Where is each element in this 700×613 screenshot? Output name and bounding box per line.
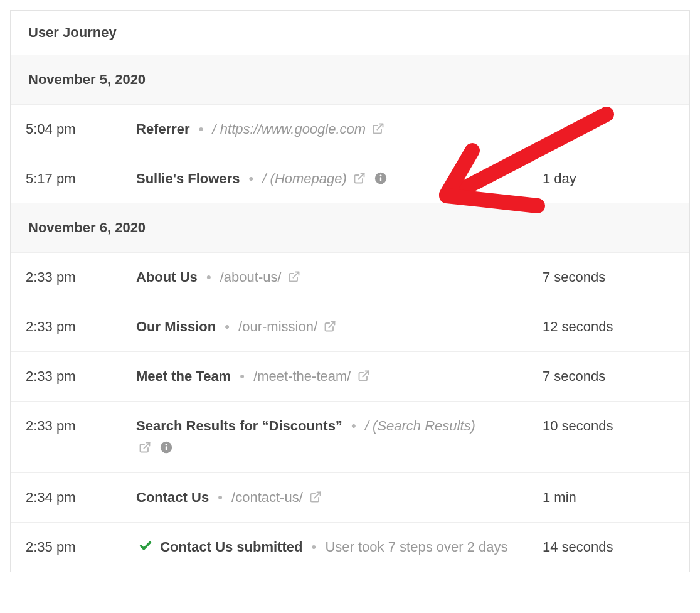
journey-row: 2:33 pm Search Results for “Discounts” •… — [11, 401, 689, 472]
panel-header: User Journey — [11, 11, 689, 55]
journey-row: 2:35 pm Contact Us submitted • User took… — [11, 522, 689, 572]
row-title: Meet the Team — [136, 368, 231, 384]
row-path: (Homepage) — [270, 171, 347, 186]
separator-dot: • — [199, 121, 204, 137]
row-path: /meet-the-team/ — [253, 368, 351, 384]
external-link-icon[interactable] — [309, 491, 322, 503]
row-time: 2:33 pm — [26, 316, 136, 338]
row-time: 5:17 pm — [26, 168, 136, 189]
journey-row: 5:04 pm Referrer • / https://www.google.… — [11, 104, 689, 154]
svg-line-7 — [363, 371, 368, 377]
row-title: Sullie's Flowers — [136, 171, 240, 186]
journey-row: 2:34 pm Contact Us • /contact-us/ 1 min — [11, 472, 689, 522]
row-main: Meet the Team • /meet-the-team/ — [136, 366, 543, 387]
row-path: (Search Results) — [373, 418, 475, 434]
separator-dot: • — [351, 418, 356, 434]
row-main: Sullie's Flowers • / (Homepage) — [136, 168, 543, 189]
separator-dot: • — [218, 489, 223, 505]
row-path-prefix: / — [213, 121, 220, 137]
svg-line-1 — [358, 174, 364, 179]
svg-line-6 — [329, 322, 334, 328]
row-path: /contact-us/ — [231, 489, 303, 505]
row-main: Referrer • / https://www.google.com — [136, 119, 543, 140]
row-main: About Us • /about-us/ — [136, 267, 543, 288]
row-time: 5:04 pm — [26, 119, 136, 140]
separator-dot: • — [206, 269, 211, 285]
row-time: 2:33 pm — [26, 415, 136, 437]
row-title: About Us — [136, 269, 198, 285]
svg-line-8 — [144, 442, 149, 448]
row-title: Referrer — [136, 121, 190, 137]
journey-row: 2:33 pm Our Mission • /our-mission/ 12 s… — [11, 302, 689, 351]
svg-line-12 — [314, 492, 320, 498]
row-path-prefix: / — [262, 171, 270, 186]
row-duration: 12 seconds — [543, 316, 674, 338]
svg-point-4 — [380, 174, 382, 176]
row-duration: 7 seconds — [543, 267, 674, 288]
row-duration: 7 seconds — [543, 366, 674, 387]
row-title: Search Results for “Discounts” — [136, 418, 342, 434]
row-summary: User took 7 steps over 2 days — [325, 539, 507, 555]
check-icon — [139, 539, 152, 553]
svg-line-5 — [293, 272, 299, 278]
row-title: Contact Us — [136, 489, 209, 505]
info-icon[interactable] — [374, 172, 387, 184]
external-link-icon[interactable] — [324, 320, 336, 333]
svg-rect-10 — [166, 446, 167, 450]
external-link-icon[interactable] — [139, 441, 151, 454]
row-path-prefix: / — [365, 418, 373, 434]
external-link-icon[interactable] — [372, 122, 384, 135]
svg-point-11 — [166, 444, 167, 445]
panel-title: User Journey — [28, 24, 117, 40]
external-link-icon[interactable] — [288, 270, 300, 283]
row-time: 2:34 pm — [26, 487, 136, 508]
journey-row: 2:33 pm About Us • /about-us/ 7 seconds — [11, 252, 689, 302]
user-journey-panel: User Journey November 5, 2020 5:04 pm Re… — [10, 10, 690, 572]
row-main: Contact Us • /contact-us/ — [136, 487, 543, 508]
row-path: /our-mission/ — [238, 319, 317, 334]
row-main: Our Mission • /our-mission/ — [136, 316, 543, 338]
row-time: 2:33 pm — [26, 267, 136, 288]
svg-rect-3 — [380, 177, 381, 181]
row-duration: 10 seconds — [543, 415, 674, 437]
row-main: Contact Us submitted • User took 7 steps… — [136, 536, 543, 558]
row-path: https://www.google.com — [220, 121, 366, 137]
row-duration: 1 day — [543, 168, 674, 189]
info-icon[interactable] — [160, 441, 172, 454]
journey-row: 2:33 pm Meet the Team • /meet-the-team/ … — [11, 351, 689, 401]
row-path: /about-us/ — [220, 269, 282, 285]
external-link-icon[interactable] — [358, 370, 370, 382]
date-header: November 6, 2020 — [11, 203, 689, 252]
journey-row: 5:17 pm Sullie's Flowers • / (Homepage) … — [11, 154, 689, 203]
date-header: November 5, 2020 — [11, 55, 689, 104]
row-main: Search Results for “Discounts” • / (Sear… — [136, 415, 543, 458]
svg-line-0 — [378, 124, 383, 130]
separator-dot: • — [312, 539, 317, 555]
row-title: Our Mission — [136, 319, 216, 334]
row-duration: 1 min — [543, 487, 674, 508]
row-title: Contact Us submitted — [160, 539, 302, 555]
row-time: 2:33 pm — [26, 366, 136, 387]
external-link-icon[interactable] — [353, 172, 366, 184]
row-time: 2:35 pm — [26, 536, 136, 558]
separator-dot: • — [225, 319, 230, 334]
separator-dot: • — [240, 368, 245, 384]
row-duration: 14 seconds — [543, 536, 674, 558]
separator-dot: • — [249, 171, 254, 186]
